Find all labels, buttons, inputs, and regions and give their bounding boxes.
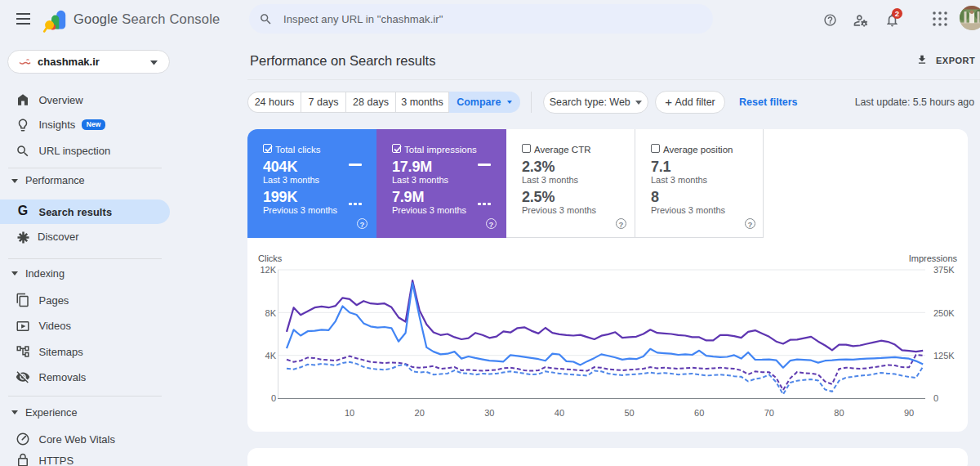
svg-text:Clicks: Clicks [258, 253, 283, 263]
svg-text:250K: 250K [933, 308, 955, 318]
svg-text:40: 40 [555, 408, 564, 418]
svg-text:10: 10 [345, 408, 354, 418]
svg-text:0: 0 [933, 393, 938, 403]
svg-text:Impressions: Impressions [909, 253, 958, 263]
svg-text:125K: 125K [933, 351, 955, 361]
svg-text:90: 90 [904, 408, 914, 418]
svg-text:30: 30 [484, 408, 494, 418]
svg-text:0: 0 [271, 393, 276, 403]
svg-text:60: 60 [694, 408, 704, 418]
svg-text:50: 50 [624, 408, 634, 418]
svg-text:80: 80 [834, 408, 844, 418]
svg-text:12K: 12K [260, 265, 276, 275]
svg-text:8K: 8K [265, 308, 277, 318]
svg-text:70: 70 [764, 408, 774, 418]
svg-text:375K: 375K [933, 265, 955, 275]
svg-text:20: 20 [415, 408, 425, 418]
svg-text:4K: 4K [265, 351, 277, 361]
